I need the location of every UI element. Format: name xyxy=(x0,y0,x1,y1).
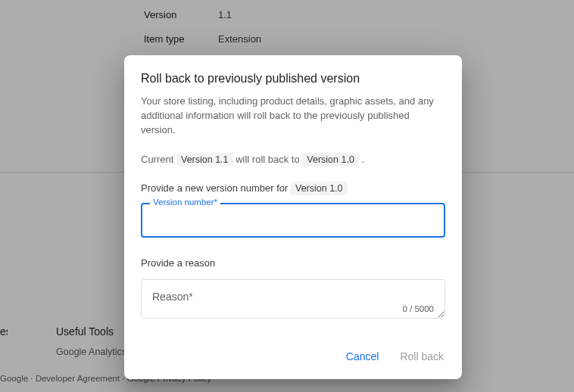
version-number-field[interactable]: Version number* xyxy=(141,203,445,238)
dialog-title: Roll back to previously published versio… xyxy=(141,72,445,86)
dialog-description: Your store listing, including product de… xyxy=(141,95,445,138)
new-version-for-chip: Version 1.0 xyxy=(291,182,348,195)
new-version-prefix: Provide a new version number for xyxy=(141,182,288,194)
target-version-chip: Version 1.0 xyxy=(302,153,359,166)
rollback-summary-line: Current Version 1.1 will roll back to Ve… xyxy=(141,153,445,166)
current-version-chip: Version 1.1 xyxy=(176,153,233,166)
rollback-dialog: Roll back to previously published versio… xyxy=(124,55,462,379)
cancel-button[interactable]: Cancel xyxy=(338,344,387,369)
reason-textarea[interactable] xyxy=(142,280,445,318)
new-version-instruction: Provide a new version number for Version… xyxy=(141,182,445,195)
reason-field[interactable]: 0 / 5000 xyxy=(141,279,445,319)
period: . xyxy=(361,154,364,165)
version-number-label: Version number* xyxy=(150,198,220,207)
rollback-button[interactable]: Roll back xyxy=(392,344,451,369)
dialog-actions: Cancel Roll back xyxy=(124,332,462,379)
reason-heading: Provide a reason xyxy=(141,257,445,269)
current-prefix: Current xyxy=(141,154,173,165)
version-number-input[interactable] xyxy=(141,203,445,238)
rollback-middle-text: will roll back to xyxy=(236,154,300,165)
